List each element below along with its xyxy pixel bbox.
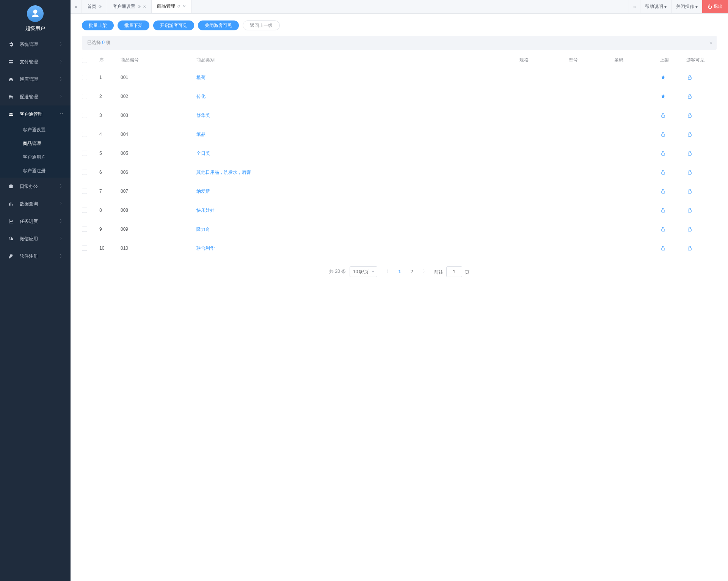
lock-icon[interactable] — [686, 150, 693, 157]
col-cat: 商品类别 — [196, 53, 519, 68]
sidebar-sub-customer-register[interactable]: 客户通注册 — [0, 164, 71, 178]
star-icon[interactable] — [660, 93, 667, 100]
category-link[interactable]: 榄菊 — [196, 75, 206, 80]
prev-page-button[interactable]: 〈 — [381, 266, 392, 277]
row-checkbox[interactable] — [82, 227, 87, 232]
lock-icon[interactable] — [686, 245, 693, 252]
pager-total: 共 20 条 — [329, 268, 346, 275]
close-ops-button[interactable]: 关闭操作 ▾ — [671, 0, 702, 13]
row-checkbox[interactable] — [82, 208, 87, 213]
lock-icon[interactable] — [686, 169, 693, 176]
double-chevron-right-icon: » — [633, 4, 636, 9]
help-button[interactable]: 帮助说明 ▾ — [640, 0, 671, 13]
row-checkbox[interactable] — [82, 151, 87, 156]
category-link[interactable]: 隆力奇 — [196, 227, 210, 232]
svg-rect-12 — [662, 191, 665, 193]
lock-icon[interactable] — [686, 188, 693, 195]
category-link[interactable]: 其他日用品，洗发水，唇膏 — [196, 170, 251, 175]
chevron-right-icon: 〉 — [60, 201, 64, 206]
sidebar-item-store[interactable]: 巡店管理 〉 — [0, 71, 71, 88]
select-all-checkbox[interactable] — [82, 58, 87, 63]
sidebar-sub-customer-users[interactable]: 客户通用户 — [0, 150, 71, 164]
page-2[interactable]: 2 — [408, 269, 416, 274]
lock-icon[interactable] — [686, 93, 693, 100]
cell-spec — [519, 68, 569, 87]
cell-idx: 6 — [99, 163, 121, 182]
tabs-scroll-right[interactable]: » — [629, 0, 640, 13]
sidebar-item-system[interactable]: 系统管理 〉 — [0, 36, 71, 53]
open-guest-button[interactable]: 开启游客可见 — [153, 20, 194, 30]
lock-icon[interactable] — [686, 207, 693, 214]
lock-icon[interactable] — [660, 188, 667, 195]
lock-icon[interactable] — [660, 150, 667, 157]
page-1[interactable]: 1 — [395, 269, 404, 274]
row-checkbox[interactable] — [82, 113, 87, 118]
sidebar-item-payment[interactable]: 支付管理 〉 — [0, 53, 71, 71]
sidebar-item-task[interactable]: 任务进度 〉 — [0, 213, 71, 230]
tabs-scroll-left[interactable]: « — [71, 0, 82, 13]
close-guest-button[interactable]: 关闭游客可见 — [198, 20, 239, 30]
page-size-select[interactable]: 10条/页 — [350, 266, 377, 277]
close-icon[interactable]: ✕ — [709, 40, 713, 46]
cell-spec — [519, 220, 569, 239]
sidebar-sub-product-manage[interactable]: 商品管理 — [0, 137, 71, 150]
category-link[interactable]: 纸品 — [196, 132, 206, 137]
star-icon[interactable] — [660, 74, 667, 81]
lock-icon[interactable] — [686, 112, 693, 119]
row-checkbox[interactable] — [82, 94, 87, 99]
row-checkbox[interactable] — [82, 170, 87, 175]
lock-icon[interactable] — [660, 112, 667, 119]
next-page-button[interactable]: 〉 — [420, 266, 430, 277]
back-button[interactable]: 返回上一级 — [243, 20, 280, 30]
category-link[interactable]: 舒华美 — [196, 113, 210, 118]
lock-icon[interactable] — [660, 245, 667, 252]
sidebar-item-data[interactable]: 数据查询 〉 — [0, 195, 71, 213]
sidebar-item-customer[interactable]: 客户通管理 ﹀ — [0, 105, 71, 123]
category-link[interactable]: 全日美 — [196, 151, 210, 156]
sidebar-item-delivery[interactable]: 配送管理 〉 — [0, 88, 71, 105]
cell-model — [569, 182, 614, 201]
chevron-right-icon: 〉 — [60, 94, 64, 99]
tab-product-manage[interactable]: 商品管理 ⟳ ✕ — [152, 0, 191, 13]
page-jump-input[interactable] — [446, 266, 462, 277]
tab-home[interactable]: 首页 ⟳ — [82, 0, 107, 13]
category-link[interactable]: 快乐娃娃 — [196, 208, 215, 213]
tab-customer-settings[interactable]: 客户通设置 ⟳ ✕ — [107, 0, 152, 13]
refresh-icon[interactable]: ⟳ — [177, 4, 180, 8]
category-link[interactable]: 传化 — [196, 94, 206, 99]
category-link[interactable]: 联合利华 — [196, 246, 215, 251]
row-checkbox[interactable] — [82, 132, 87, 137]
lock-icon[interactable] — [686, 226, 693, 233]
lock-icon[interactable] — [686, 74, 693, 81]
lock-icon[interactable] — [660, 207, 667, 214]
row-checkbox[interactable] — [82, 246, 87, 251]
col-listed: 上架 — [660, 53, 686, 68]
wechat-icon — [8, 236, 15, 241]
sidebar-item-daily[interactable]: 日常办公 〉 — [0, 178, 71, 195]
refresh-icon[interactable]: ⟳ — [99, 5, 102, 9]
lock-icon[interactable] — [686, 131, 693, 138]
row-checkbox[interactable] — [82, 189, 87, 194]
selection-prefix: 已选择 — [87, 40, 102, 45]
batch-on-button[interactable]: 批量上架 — [82, 20, 114, 30]
close-icon[interactable]: ✕ — [143, 5, 146, 9]
row-checkbox[interactable] — [82, 75, 87, 80]
svg-rect-3 — [688, 96, 691, 98]
exit-button[interactable]: ⏻ 退出 — [702, 0, 728, 13]
lock-icon[interactable] — [660, 226, 667, 233]
lock-icon[interactable] — [660, 169, 667, 176]
batch-off-button[interactable]: 批量下架 — [118, 20, 149, 30]
chevron-right-icon: 〉 — [423, 268, 427, 275]
sidebar-sub-customer-settings[interactable]: 客户通设置 — [0, 123, 71, 137]
refresh-icon[interactable]: ⟳ — [138, 5, 141, 9]
cell-model — [569, 163, 614, 182]
cell-spec — [519, 125, 569, 144]
close-icon[interactable]: ✕ — [183, 4, 186, 8]
sidebar-item-register[interactable]: 软件注册 〉 — [0, 247, 71, 265]
svg-rect-15 — [688, 210, 691, 212]
chevron-right-icon: 〉 — [60, 236, 64, 241]
sidebar-item-wechat[interactable]: 微信应用 〉 — [0, 230, 71, 247]
lock-icon[interactable] — [660, 131, 667, 138]
tabs-bar: « 首页 ⟳ 客户通设置 ⟳ ✕ 商品管理 ⟳ ✕ » 帮助说明 ▾ 关闭操作 … — [71, 0, 728, 14]
category-link[interactable]: 纳爱斯 — [196, 189, 210, 194]
